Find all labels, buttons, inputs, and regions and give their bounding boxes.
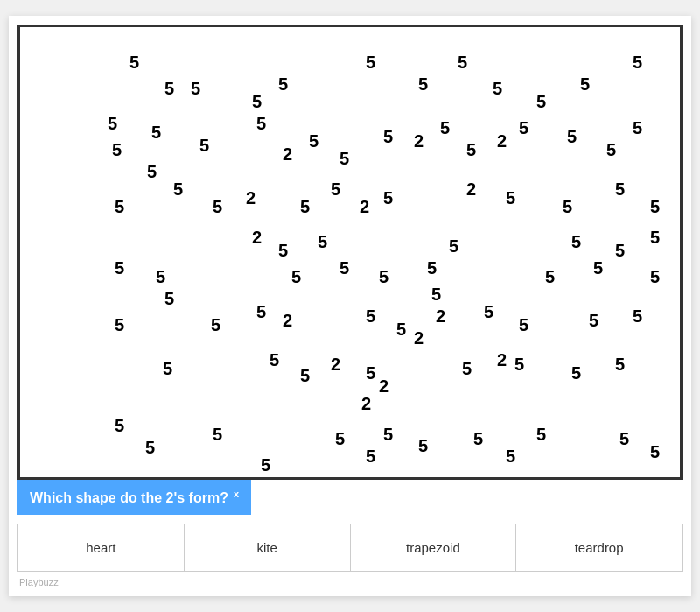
question-text: Which shape do the 2's form?	[30, 490, 228, 505]
answer-trapezoid[interactable]: trapezoid	[351, 524, 517, 571]
footer-label: Playbuzz	[18, 577, 682, 587]
number-5: 5	[580, 75, 590, 93]
number-5: 5	[164, 80, 174, 97]
app-container: 5555555555555555552555255255555552552525…	[9, 16, 691, 596]
number-5: 5	[431, 285, 441, 303]
number-5: 5	[331, 180, 340, 198]
number-5: 5	[366, 447, 375, 465]
number-5: 5	[340, 259, 349, 277]
number-5: 5	[270, 351, 279, 369]
number-5: 5	[145, 439, 155, 456]
number-2: 2	[331, 355, 340, 373]
number-5: 5	[506, 189, 515, 207]
number-5: 5	[108, 115, 117, 132]
number-5: 5	[379, 268, 388, 285]
number-2: 2	[466, 180, 476, 198]
number-5: 5	[309, 132, 318, 150]
number-5: 5	[383, 189, 393, 207]
number-5: 5	[493, 80, 502, 97]
number-5: 5	[650, 229, 660, 246]
number-2: 2	[497, 132, 507, 150]
number-5: 5	[440, 119, 450, 137]
number-5: 5	[115, 316, 124, 334]
number-2: 2	[361, 395, 371, 412]
number-5: 5	[366, 307, 375, 325]
number-5: 5	[418, 437, 428, 454]
number-5: 5	[147, 163, 157, 180]
number-2: 2	[283, 312, 292, 329]
number-5: 5	[589, 312, 598, 329]
answer-teardrop[interactable]: teardrop	[516, 524, 682, 571]
number-5: 5	[278, 75, 288, 93]
question-bar: Which shape do the 2's form?x	[18, 480, 251, 515]
number-5: 5	[164, 290, 174, 307]
number-5: 5	[300, 367, 310, 384]
number-5: 5	[318, 233, 327, 250]
number-2: 2	[436, 307, 445, 325]
number-5: 5	[650, 268, 660, 285]
number-5: 5	[567, 128, 577, 145]
number-5: 5	[571, 233, 581, 250]
number-5: 5	[291, 268, 301, 285]
number-5: 5	[335, 430, 345, 447]
number-5: 5	[571, 364, 581, 382]
number-2: 2	[283, 145, 292, 163]
number-5: 5	[514, 355, 524, 373]
answer-kite[interactable]: kite	[185, 524, 351, 571]
number-5: 5	[615, 355, 625, 373]
number-2: 2	[252, 229, 262, 246]
number-5: 5	[519, 316, 528, 334]
number-5: 5	[366, 364, 375, 382]
puzzle-box: 5555555555555555552555255255555552552525…	[18, 25, 682, 480]
number-5: 5	[300, 198, 310, 215]
number-5: 5	[615, 180, 625, 198]
number-5: 5	[213, 426, 222, 443]
number-5: 5	[519, 119, 528, 137]
number-5: 5	[545, 268, 555, 285]
number-5: 5	[383, 426, 393, 443]
number-5: 5	[418, 75, 428, 93]
number-5: 5	[633, 119, 642, 137]
answer-heart[interactable]: heart	[18, 524, 185, 571]
answers-row: heartkitetrapezoidteardrop	[18, 524, 682, 572]
number-5: 5	[252, 93, 262, 110]
number-5: 5	[115, 417, 124, 434]
number-5: 5	[256, 303, 266, 320]
number-5: 5	[396, 320, 406, 338]
number-5: 5	[115, 259, 124, 277]
number-5: 5	[383, 128, 393, 145]
number-5: 5	[449, 237, 458, 255]
number-5: 5	[650, 198, 660, 215]
number-5: 5	[130, 53, 139, 71]
number-5: 5	[536, 93, 546, 110]
number-5: 5	[458, 53, 467, 71]
number-5: 5	[536, 426, 546, 443]
number-2: 2	[360, 198, 369, 215]
number-5: 5	[466, 141, 476, 158]
number-5: 5	[163, 360, 172, 377]
number-5: 5	[156, 268, 165, 285]
number-5: 5	[606, 141, 616, 158]
close-icon[interactable]: x	[234, 489, 239, 499]
number-5: 5	[615, 242, 625, 259]
number-5: 5	[462, 360, 472, 377]
number-5: 5	[633, 53, 642, 71]
number-5: 5	[112, 141, 122, 158]
number-5: 5	[340, 150, 349, 167]
number-5: 5	[650, 443, 660, 461]
number-5: 5	[200, 137, 209, 154]
number-5: 5	[256, 115, 266, 132]
number-5: 5	[278, 242, 288, 259]
number-5: 5	[366, 53, 375, 71]
number-5: 5	[484, 303, 494, 320]
number-5: 5	[211, 316, 220, 334]
number-5: 5	[151, 123, 161, 141]
number-5: 5	[563, 198, 572, 215]
number-5: 5	[173, 180, 183, 198]
number-5: 5	[191, 80, 200, 97]
number-5: 5	[115, 198, 124, 215]
number-5: 5	[620, 430, 629, 447]
number-5: 5	[213, 198, 222, 215]
number-2: 2	[414, 132, 424, 150]
number-5: 5	[473, 430, 483, 447]
